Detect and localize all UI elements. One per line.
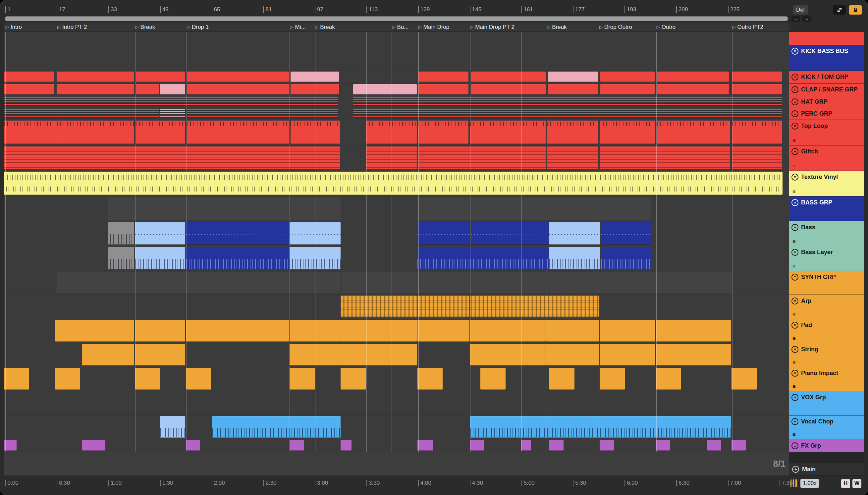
unfold-track-icon[interactable]: ▾ [792,174,798,181]
lane-bass-grp[interactable] [4,197,789,221]
time-ruler[interactable]: 0:000:301:001:302:002:303:003:304:004:30… [4,476,789,491]
clip[interactable] [341,295,417,318]
track-header-texture-vinyl[interactable]: ▾Texture Vinyl≡ [789,171,864,197]
clip[interactable] [187,84,289,95]
clip[interactable] [55,320,134,342]
unfold-track-icon[interactable]: ▾ [792,418,798,425]
clip[interactable] [4,97,337,106]
device-indicator-icon[interactable]: ≡ [793,163,796,169]
clip[interactable] [600,121,655,144]
clip[interactable] [417,320,469,342]
device-indicator-icon[interactable]: ≡ [793,189,796,195]
clip[interactable] [548,72,598,82]
locator-main-drop-pt-2[interactable]: ▷Main Drop PT 2 [470,22,515,32]
device-indicator-icon[interactable]: ≡ [793,138,796,144]
clip[interactable] [656,440,671,450]
follow-arrow-icon[interactable] [833,5,846,15]
lane-bass[interactable] [4,221,789,246]
clip[interactable] [136,121,185,144]
clip[interactable] [417,197,651,220]
locator-drop-outro[interactable]: ▷Drop Outro [599,22,632,32]
clip[interactable] [657,72,729,82]
clip[interactable] [353,97,782,106]
track-header-fx-grp[interactable]: ≡FX Grp [789,439,864,452]
clip[interactable] [291,72,339,82]
clip[interactable] [600,440,614,450]
track-header-glitch[interactable]: ▾Glitch≡ [789,146,864,171]
clip[interactable] [732,84,782,95]
clip[interactable] [656,368,681,390]
clip[interactable] [291,121,340,144]
clip[interactable] [186,440,201,450]
clip[interactable] [108,247,135,269]
group-fold-icon[interactable]: ≡ [792,442,798,449]
locator-main-drop[interactable]: ▷Main Drop [418,22,449,32]
lane-texture-vinyl[interactable] [4,171,789,197]
locator-mi[interactable]: ▷Mi... [290,22,306,32]
clip[interactable] [290,247,341,269]
clip[interactable] [470,295,599,318]
device-indicator-icon[interactable]: ≡ [793,336,796,342]
lane-vocal-chop[interactable] [4,415,789,439]
clip[interactable] [4,172,782,195]
clip[interactable] [417,222,470,244]
main-track-lane[interactable]: 8/1 [4,452,789,476]
clip[interactable] [471,222,549,244]
unfold-track-icon[interactable]: ▾ [792,224,798,231]
clip[interactable] [480,368,506,390]
unfold-track-icon[interactable]: ▾ [792,123,798,130]
clip[interactable] [470,344,545,365]
lane-arp[interactable] [4,295,789,319]
track-header-hat-grp[interactable]: ≡HAT GRP [789,96,864,108]
group-fold-icon[interactable]: ≡ [792,394,798,401]
clip[interactable] [290,320,341,342]
track-header-arp[interactable]: ▾Arp≡ [789,295,864,319]
bar-ruler[interactable]: 1173349658197113129145161177193209225 [4,4,789,15]
locator-break[interactable]: ▷Break [136,22,155,32]
device-indicator-icon[interactable]: ≡ [793,432,796,438]
clip[interactable] [418,146,546,169]
clip[interactable] [366,146,417,169]
lane-string[interactable] [4,343,789,367]
lane-bass-layer[interactable] [4,246,789,271]
clip[interactable] [290,222,341,244]
clip[interactable] [601,247,652,269]
group-fold-icon[interactable]: ≡ [792,73,798,81]
clip[interactable] [136,84,159,95]
lane-untitled[interactable] [4,32,789,45]
clip[interactable] [290,440,304,450]
clip[interactable] [732,146,782,169]
device-indicator-icon[interactable]: ≡ [793,359,796,365]
clip[interactable] [600,146,730,169]
clip[interactable] [600,320,655,342]
device-indicator-icon[interactable]: ≡ [793,311,796,318]
clip[interactable] [548,84,598,95]
clip[interactable] [549,368,574,390]
clip[interactable] [470,121,545,144]
clip[interactable] [600,72,654,82]
clip[interactable] [160,84,185,95]
track-header-vox-grp[interactable]: ≡VOX Grp [789,391,864,415]
track-header-piano-impact[interactable]: ▾Piano Impact≡ [789,367,864,391]
clip[interactable] [342,272,731,293]
forward-arrow-button[interactable]: → [802,16,811,22]
back-arrow-button[interactable]: ← [792,16,800,22]
clip[interactable] [4,440,17,450]
clip[interactable] [4,109,159,118]
track-header-vocal-chop[interactable]: ▾Vocal Chop≡ [789,415,864,439]
clip[interactable] [160,109,185,118]
clip[interactable] [187,121,289,144]
clip[interactable] [187,109,337,118]
lane-synth-grp[interactable] [4,271,789,295]
clip[interactable] [4,121,134,144]
clip[interactable] [731,440,746,450]
clip[interactable] [657,84,729,95]
clip[interactable] [187,72,289,82]
clip[interactable] [418,121,469,144]
lane-clap-snare-grp[interactable] [4,84,789,96]
clip[interactable] [108,197,341,220]
clip[interactable] [160,416,185,438]
locator-intro-pt-2[interactable]: ▷Intro PT 2 [57,22,87,32]
clip[interactable] [57,272,341,293]
track-header-pad[interactable]: ▾Pad≡ [789,319,864,343]
